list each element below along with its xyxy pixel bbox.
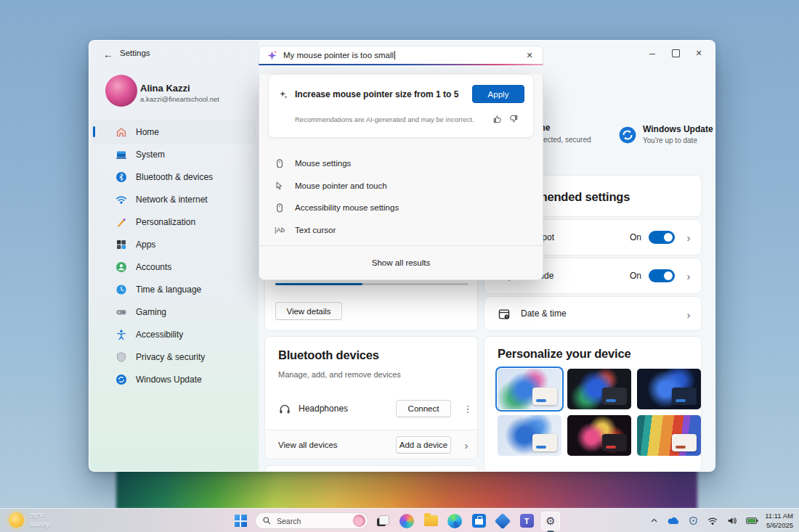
taskbar-search[interactable]: Search [255, 512, 368, 529]
theme-tile-dark-floral[interactable] [567, 415, 631, 456]
connect-button[interactable]: Connect [396, 400, 451, 417]
sidebar-item-network-internet[interactable]: Network & internet [93, 188, 255, 210]
sidebar-item-accessibility[interactable]: Accessibility [93, 323, 255, 345]
search-result-accessibility-mouse[interactable]: Accessibility mouse settings [259, 197, 543, 219]
sidebar-item-personalization[interactable]: Personalization [93, 210, 255, 233]
apply-button[interactable]: Apply [472, 85, 524, 103]
taskbar-search-label: Search [277, 517, 348, 525]
sidebar-item-accounts[interactable]: Accounts [93, 255, 255, 278]
search-accent-underline [259, 64, 543, 65]
folder-icon [424, 515, 438, 526]
search-result-mouse-settings[interactable]: Mouse settings [259, 152, 543, 175]
date-time-row[interactable]: Date & time [484, 296, 702, 331]
chevron-right-icon[interactable] [682, 269, 695, 282]
sidebar: Alina Kazzi a.kazzi@fineartschool.net Ho… [89, 41, 259, 471]
copilot-button[interactable] [397, 512, 416, 531]
sidebar-item-apps[interactable]: Apps [93, 233, 255, 255]
taskbar-clock[interactable]: 11:11 AM 5/6/2025 [765, 512, 793, 530]
search-result-label: Mouse settings [295, 159, 351, 168]
volume-icon[interactable] [726, 515, 739, 528]
toggle-switch[interactable] [649, 231, 675, 244]
theme-tile-light-blue-bloom[interactable] [498, 415, 561, 456]
search-result-label: Text cursor [295, 226, 336, 234]
next-card-peek [264, 465, 478, 472]
personalize-card: Personalize your device [484, 336, 702, 472]
chevron-right-icon[interactable] [682, 308, 695, 321]
network-icon [115, 193, 127, 205]
system-tray: 11:11 AM 5/6/2025 [647, 509, 793, 532]
battery-icon[interactable] [745, 515, 758, 528]
back-button[interactable] [100, 46, 117, 62]
task-view-icon [377, 515, 389, 526]
app-button[interactable] [493, 512, 512, 531]
toggle-switch[interactable] [649, 269, 675, 282]
thumbs-up-icon[interactable] [490, 112, 506, 126]
sidebar-item-bluetooth-devices[interactable]: Bluetooth & devices [93, 165, 255, 188]
settings-taskbar-button[interactable]: ⚙ [541, 512, 560, 531]
avatar[interactable] [105, 75, 137, 107]
sidebar-item-privacy-security[interactable]: Privacy & security [93, 345, 255, 368]
theme-tile-light-bloom[interactable] [498, 369, 561, 409]
bluetooth-card-footer: View all devices Add a device [265, 430, 477, 459]
weather-condition: Sunny [30, 520, 49, 528]
ai-disclaimer: Recommendations are AI-generated and may… [295, 115, 490, 123]
wifi-icon[interactable] [706, 515, 719, 528]
sidebar-item-label: Bluetooth & devices [136, 172, 213, 182]
copilot-sparkle-icon [267, 50, 277, 61]
taskbar: 78°F Sunny Search ⚙ [0, 508, 799, 532]
file-explorer-button[interactable] [421, 512, 440, 531]
theme-tile-dark-blue-bloom[interactable] [637, 369, 701, 409]
weather-widget[interactable]: 78°F Sunny [9, 511, 49, 529]
teams-icon [520, 514, 534, 528]
device-name: Headphones [299, 404, 348, 414]
windows-update-icon [115, 373, 127, 385]
close-button[interactable] [687, 44, 710, 62]
start-button[interactable] [231, 512, 250, 531]
show-all-results-button[interactable]: Show all results [259, 246, 543, 279]
onedrive-cloud-icon[interactable] [667, 515, 680, 528]
sidebar-item-gaming[interactable]: Gaming [93, 300, 255, 323]
more-options-icon[interactable] [460, 400, 476, 417]
personalize-title: Personalize your device [498, 347, 630, 361]
chevron-right-icon[interactable] [460, 438, 473, 451]
accounts-icon [115, 261, 127, 273]
search-results-panel: Increase mouse pointer size from 1 to 5 … [259, 74, 543, 280]
search-result-mouse-pointer-touch[interactable]: Mouse pointer and touch [259, 175, 543, 197]
sidebar-item-label: Accessibility [136, 330, 183, 340]
bluetooth-icon [115, 171, 127, 183]
edge-button[interactable] [445, 512, 464, 531]
windows-update-status: You're up to date [643, 136, 697, 144]
teams-button[interactable] [517, 512, 536, 531]
search-result-text-cursor[interactable]: Text cursor [259, 219, 543, 242]
bluetooth-card-subtitle: Manage, add, and remove devices [278, 370, 401, 379]
system-icon [115, 148, 127, 160]
personalization-icon [115, 216, 127, 228]
sidebar-item-windows-update[interactable]: Windows Update [93, 368, 255, 390]
text-cursor-icon [274, 224, 285, 236]
hidden-icons-chevron[interactable] [647, 515, 660, 528]
microsoft-store-button[interactable] [469, 512, 488, 531]
chevron-right-icon[interactable] [682, 231, 695, 244]
add-device-button[interactable]: Add a device [396, 436, 451, 454]
sidebar-item-label: Personalization [136, 217, 195, 227]
view-all-devices-link[interactable]: View all devices [278, 441, 338, 449]
sidebar-item-home[interactable]: Home [93, 120, 255, 143]
view-details-button[interactable]: View details [275, 302, 342, 320]
thumbs-down-icon[interactable] [506, 112, 522, 126]
security-icon[interactable] [686, 515, 699, 528]
search-bar[interactable]: My mouse pointer is too small [259, 46, 543, 64]
theme-tile-dark-bloom[interactable] [567, 369, 631, 409]
maximize-button[interactable] [664, 44, 687, 62]
bluetooth-card-title: Bluetooth devices [278, 348, 379, 362]
window-controls [641, 44, 710, 62]
sidebar-item-system[interactable]: System [93, 143, 255, 165]
close-search-icon[interactable] [522, 48, 537, 62]
sidebar-item-time-language[interactable]: Time & language [93, 278, 255, 300]
theme-tile-color-stripes[interactable] [637, 415, 701, 456]
date-time-label: Date & time [521, 297, 567, 330]
task-view-button[interactable] [373, 512, 392, 531]
ai-sparkle-icon [278, 89, 288, 99]
minimize-button[interactable] [641, 44, 664, 62]
search-icon [262, 516, 272, 525]
search-input[interactable]: My mouse pointer is too small [283, 51, 516, 60]
